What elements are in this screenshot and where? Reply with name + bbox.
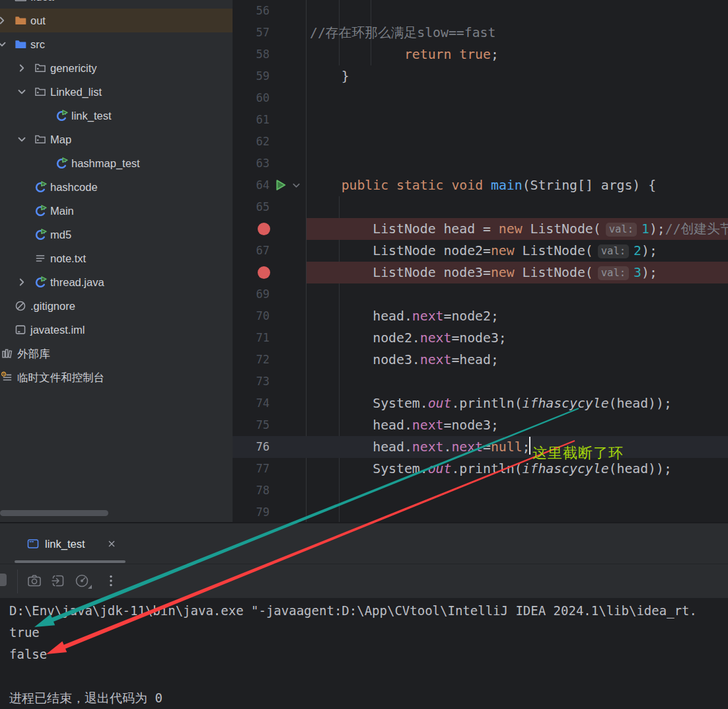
code-line-65[interactable]: 65	[233, 196, 728, 218]
dropdown-corner-icon	[88, 585, 92, 589]
tree-item-javatest.iml[interactable]: javatest.iml	[0, 318, 233, 342]
code-line-75[interactable]: 75 head.next=node3;	[233, 414, 728, 436]
code-line-77[interactable]: 77 System.out.println(ifhascycyle(head))…	[233, 458, 728, 480]
line-number[interactable]: 73	[233, 371, 270, 392]
chevron-right-icon[interactable]	[16, 276, 28, 288]
code-text: return true;	[310, 44, 499, 65]
line-number[interactable]: 79	[233, 502, 270, 522]
code-line-67[interactable]: 67 ListNode node2=new ListNode(val:2);	[233, 240, 728, 262]
run-chevron-icon[interactable]	[291, 180, 301, 190]
chevron-right-icon[interactable]	[0, 15, 8, 26]
line-number[interactable]: 62	[233, 131, 270, 153]
code-line-62[interactable]: 62	[233, 131, 728, 153]
tree-item-hashcode[interactable]: hashcode	[0, 175, 233, 199]
line-number[interactable]: 69	[233, 283, 270, 305]
code-line-74[interactable]: 74 System.out.println(ifhascycyle(head))…	[233, 392, 728, 414]
line-number[interactable]: 70	[233, 305, 270, 327]
line-number[interactable]: 60	[233, 87, 270, 109]
console-output[interactable]: D:\Env\java\jdk-11\bin\java.exe "-javaag…	[0, 598, 728, 709]
code-line-72[interactable]: 72 node3.next=head;	[233, 349, 728, 371]
line-number[interactable]: 67	[233, 240, 270, 262]
line-number[interactable]: 72	[233, 349, 270, 371]
tree-item-thread.java[interactable]: thread.java	[0, 270, 233, 294]
line-number[interactable]: 75	[233, 414, 270, 436]
line-number[interactable]: 78	[233, 480, 270, 502]
tree-item-.idea[interactable]: .idea	[0, 0, 233, 9]
tree-item-Main[interactable]: Main	[0, 199, 233, 223]
ide-window: .ideaoutsrcgenericityLinked_listlink_tes…	[0, 0, 728, 709]
line-number[interactable]: 56	[233, 0, 270, 22]
more-options-icon[interactable]	[103, 573, 119, 589]
code-line-73[interactable]: 73	[233, 371, 728, 392]
class-run-icon	[34, 276, 46, 288]
run-window-icon	[26, 537, 40, 550]
tree-item-note.txt[interactable]: note.txt	[0, 246, 233, 270]
code-line-60[interactable]: 60	[233, 87, 728, 109]
line-number[interactable]: 61	[233, 109, 270, 131]
tree-item-Linked_list[interactable]: Linked_list	[0, 80, 233, 104]
code-line-63[interactable]: 63	[233, 153, 728, 174]
code-line-64[interactable]: 64 public static void main(String[] args…	[233, 174, 728, 196]
chevron-down-icon[interactable]	[16, 86, 28, 98]
package-icon	[34, 62, 46, 74]
line-number[interactable]: 76	[233, 436, 270, 458]
tree-item-md5[interactable]: md5	[0, 223, 233, 246]
code-line-56[interactable]: 56	[233, 0, 728, 22]
tree-item-out[interactable]: out	[0, 9, 233, 32]
code-line-71[interactable]: 71 node2.next=node3;	[233, 327, 728, 349]
line-number[interactable]: 65	[233, 196, 270, 218]
code-line-61[interactable]: 61	[233, 109, 728, 131]
class-run-icon	[55, 110, 67, 122]
run-tab-link-test[interactable]: link_test	[15, 525, 126, 563]
tool-window-bar-icon[interactable]	[0, 574, 7, 586]
class-run-icon	[34, 181, 46, 193]
scratch-icon	[1, 371, 13, 383]
chevron-down-icon[interactable]	[16, 133, 28, 145]
line-number[interactable]: 59	[233, 65, 270, 87]
tree-item-.gitignore[interactable]: .gitignore	[0, 294, 233, 318]
code-line-78[interactable]: 78	[233, 480, 728, 502]
divider	[17, 570, 18, 593]
ignored-file-icon	[15, 300, 26, 312]
code-line-66[interactable]: ListNode head = new ListNode(val:1);//创建…	[233, 218, 728, 240]
horizontal-scrollbar[interactable]	[0, 510, 108, 516]
code-line-79[interactable]: 79	[233, 502, 728, 522]
code-editor[interactable]: 5657//存在环那么满足slow==fast58 return true;59…	[233, 0, 728, 522]
line-number[interactable]: 64	[233, 174, 270, 196]
tree-item-外部库[interactable]: 外部库	[0, 342, 233, 365]
line-number[interactable]: 77	[233, 458, 270, 480]
code-line-69[interactable]: 69	[233, 283, 728, 305]
line-number[interactable]: 63	[233, 153, 270, 174]
code-line-68[interactable]: ListNode node3=new ListNode(val:3);	[233, 262, 728, 283]
line-number[interactable]: 71	[233, 327, 270, 349]
run-arrow-icon[interactable]	[274, 178, 287, 192]
project-tree-panel[interactable]: .ideaoutsrcgenericityLinked_listlink_tes…	[0, 0, 233, 522]
line-number[interactable]: 74	[233, 392, 270, 414]
library-icon	[1, 348, 13, 359]
package-icon	[34, 86, 46, 98]
console-line: D:\Env\java\jdk-11\bin\java.exe "-javaag…	[9, 600, 728, 622]
camera-icon[interactable]	[26, 573, 42, 589]
tree-item-genericity[interactable]: genericity	[0, 56, 233, 80]
code-line-58[interactable]: 58 return true;	[233, 44, 728, 65]
tree-item-临时文件和控制台[interactable]: 临时文件和控制台	[0, 365, 233, 389]
attach-console-icon[interactable]	[50, 573, 66, 589]
code-line-76[interactable]: 76 head.next.next=null;	[233, 436, 728, 458]
close-icon[interactable]	[106, 539, 117, 549]
code-line-70[interactable]: 70 head.next=node2;	[233, 305, 728, 327]
console-line: true	[9, 622, 728, 644]
line-number[interactable]: 57	[233, 22, 270, 44]
breakpoint-icon[interactable]	[258, 266, 270, 279]
line-number[interactable]: 58	[233, 44, 270, 65]
tree-item-link_test[interactable]: link_test	[0, 104, 233, 128]
val-inlay-hint: val:	[598, 244, 629, 258]
tree-item-label: javatest.iml	[30, 318, 85, 342]
tree-item-Map[interactable]: Map	[0, 128, 233, 151]
code-line-57[interactable]: 57//存在环那么满足slow==fast	[233, 22, 728, 44]
breakpoint-icon[interactable]	[258, 223, 270, 235]
chevron-right-icon[interactable]	[16, 62, 28, 74]
chevron-down-icon[interactable]	[0, 38, 8, 50]
code-line-59[interactable]: 59 }	[233, 65, 728, 87]
tree-item-src[interactable]: src	[0, 32, 233, 56]
tree-item-hashmap_test[interactable]: hashmap_test	[0, 151, 233, 175]
